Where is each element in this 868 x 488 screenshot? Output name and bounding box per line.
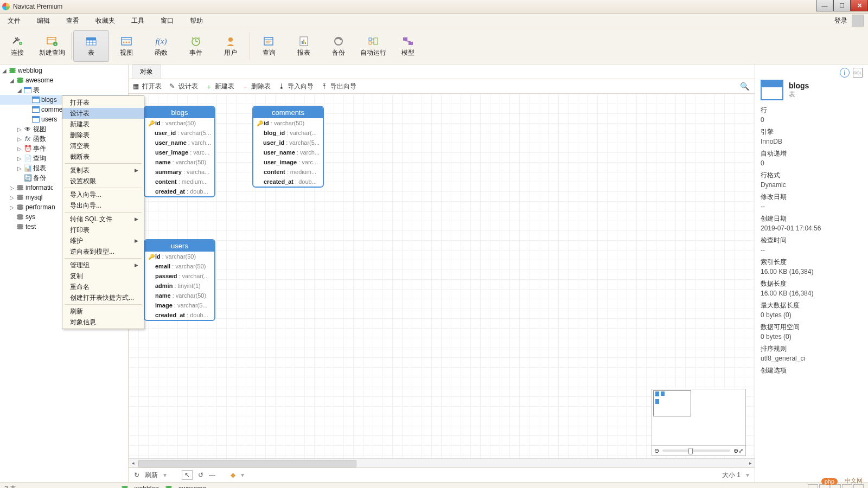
scroll-left-icon[interactable]: ◂ <box>129 459 137 467</box>
ctx-item[interactable]: 维护▶ <box>62 235 144 246</box>
tree-db-test[interactable]: test <box>25 223 36 230</box>
tb-design-table[interactable]: ✎设计表 <box>169 82 198 91</box>
tree-tables-node[interactable]: 表 <box>33 86 40 95</box>
erd-table-users[interactable]: users🔑id: varchar(50)email: varchar(50)p… <box>144 239 215 321</box>
info-icon[interactable]: i <box>840 68 850 78</box>
erd-column[interactable]: name: varchar(50) <box>145 291 214 300</box>
expand-icon[interactable]: ◢ <box>9 78 15 84</box>
erd-column[interactable]: admin: tinyint(1) <box>145 281 214 291</box>
ribbon-function[interactable]: f(x)函数 <box>144 30 178 62</box>
expand-icon[interactable]: ◢ <box>16 87 22 93</box>
ribbon-new-query[interactable]: +新建查询 <box>35 30 69 62</box>
refresh-label[interactable]: 刷新 <box>145 471 158 480</box>
tb-delete-table[interactable]: －删除表 <box>242 82 271 91</box>
tab-objects[interactable]: 对象 <box>132 65 161 79</box>
context-menu[interactable]: 打开表设计表新建表删除表清空表截断表复制表▶设置权限导入向导...导出向导...… <box>62 95 144 329</box>
tree-db-sys[interactable]: sys <box>25 213 35 221</box>
tree-db-perf[interactable]: performance_schema <box>25 203 55 211</box>
color-tool-icon[interactable]: ◆ <box>231 471 235 479</box>
tree-reports[interactable]: 报表 <box>33 164 46 173</box>
ctx-item[interactable]: 创建打开表快捷方式... <box>62 292 144 303</box>
ctx-item[interactable]: 重命名 <box>62 281 144 292</box>
erd-column[interactable]: user_image: varc... <box>253 157 323 167</box>
erd-column[interactable]: summary: varcha... <box>145 167 214 177</box>
erd-column[interactable]: created_at: doub... <box>145 310 214 320</box>
tb-new-table[interactable]: ＋新建表 <box>206 82 234 91</box>
tree-table-blogs[interactable]: blogs <box>41 96 57 104</box>
ctx-item[interactable]: 逆向表到模型... <box>62 246 144 257</box>
expand-icon[interactable]: ▷ <box>9 195 15 201</box>
minimize-button[interactable]: — <box>816 0 833 11</box>
tb-open-table[interactable]: ▦打开表 <box>133 82 162 91</box>
menu-favorites[interactable]: 收藏夹 <box>92 15 118 27</box>
line-tool-icon[interactable]: — <box>209 471 215 479</box>
menu-file[interactable]: 文件 <box>4 15 24 27</box>
tree-views[interactable]: 视图 <box>33 125 46 134</box>
close-button[interactable]: ✕ <box>851 0 868 11</box>
tree-table-users[interactable]: users <box>41 115 57 123</box>
tb-import[interactable]: ⭳导入向导 <box>278 82 314 91</box>
erd-canvas[interactable]: blogs🔑id: varchar(50)user_id: varchar(5.… <box>129 94 755 458</box>
zoom-slider[interactable] <box>662 450 730 452</box>
erd-column[interactable]: name: varchar(50) <box>145 157 214 167</box>
ribbon-backup[interactable]: 备份 <box>321 30 356 62</box>
menu-help[interactable]: 帮助 <box>187 15 206 27</box>
expand-icon[interactable]: ▷ <box>16 146 22 152</box>
ctx-item[interactable]: 对象信息 <box>62 317 144 328</box>
erd-column[interactable]: content: medium... <box>145 177 214 187</box>
expand-icon[interactable]: ▷ <box>16 126 22 132</box>
tree-backups[interactable]: 备份 <box>33 174 46 183</box>
zoom-fit-button[interactable]: ⤢ <box>738 447 743 454</box>
ctx-item[interactable]: 复制表▶ <box>62 165 144 176</box>
menu-edit[interactable]: 编辑 <box>34 15 53 27</box>
ribbon-model[interactable]: 模型 <box>391 30 425 62</box>
maximize-button[interactable]: ☐ <box>833 0 851 11</box>
ribbon-report[interactable]: 报表 <box>286 30 321 62</box>
ribbon-connect[interactable]: +连接 <box>0 30 35 62</box>
erd-column[interactable]: user_name: varch... <box>145 138 214 147</box>
erd-table-comments[interactable]: comments🔑id: varchar(50)blog_id: varchar… <box>252 106 324 188</box>
erd-table-header[interactable]: comments <box>253 107 323 118</box>
scroll-thumb[interactable] <box>138 460 356 467</box>
erd-column[interactable]: user_id: varchar(5... <box>253 138 323 147</box>
status-database[interactable]: awesome <box>178 485 206 488</box>
expand-icon[interactable]: ▷ <box>16 136 22 142</box>
ctx-item[interactable]: 刷新 <box>62 306 144 317</box>
menu-view[interactable]: 查看 <box>63 15 82 27</box>
ribbon-user[interactable]: 用户 <box>213 30 248 62</box>
ribbon-event[interactable]: 事件 <box>178 30 213 62</box>
status-connection[interactable]: webblog <box>135 485 159 488</box>
tb-export[interactable]: ⭱导出向导 <box>321 82 356 91</box>
ctx-item[interactable]: 复制 <box>62 271 144 281</box>
erd-column[interactable]: email: varchar(50) <box>145 261 214 271</box>
erd-column[interactable]: user_id: varchar(5... <box>145 128 214 138</box>
ctx-item[interactable]: 打开表 <box>62 97 144 108</box>
expand-icon[interactable]: ▷ <box>9 185 15 191</box>
refresh-icon[interactable]: ↻ <box>134 471 139 479</box>
erd-table-header[interactable]: blogs <box>145 107 214 118</box>
tree-db-mysql[interactable]: mysql <box>25 194 42 201</box>
ctx-item[interactable]: 清空表 <box>62 140 144 151</box>
erd-column[interactable]: created_at: doub... <box>145 187 214 196</box>
ctx-item[interactable]: 设计表 <box>62 108 144 119</box>
minimap[interactable]: ⊖ ⊕ ⤢ <box>652 389 746 456</box>
menu-window[interactable]: 窗口 <box>157 15 177 27</box>
ribbon-query[interactable]: 查询 <box>252 30 286 62</box>
erd-column[interactable]: user_name: varch... <box>253 147 323 157</box>
horizontal-scrollbar[interactable]: ◂ ▸ <box>129 458 755 467</box>
ctx-item[interactable]: 设置权限 <box>62 176 144 187</box>
tree-database[interactable]: awesome <box>25 76 53 84</box>
tree-queries[interactable]: 查询 <box>33 154 46 163</box>
tree-functions[interactable]: 函数 <box>33 134 46 144</box>
erd-table-blogs[interactable]: blogs🔑id: varchar(50)user_id: varchar(5.… <box>144 106 215 197</box>
erd-column[interactable]: 🔑id: varchar(50) <box>145 118 214 128</box>
erd-column[interactable]: content: medium... <box>253 167 323 177</box>
ctx-item[interactable]: 管理组▶ <box>62 260 144 271</box>
expand-icon[interactable]: ▷ <box>16 165 22 171</box>
erd-column[interactable]: image: varchar(5... <box>145 300 214 310</box>
erd-column[interactable]: passwd: varchar(... <box>145 271 214 281</box>
ribbon-view[interactable]: 视图 <box>109 30 144 62</box>
ctx-item[interactable]: 导出向导... <box>62 200 144 211</box>
ribbon-table[interactable]: 表 <box>73 30 109 62</box>
erd-column[interactable]: user_image: varc... <box>145 147 214 157</box>
